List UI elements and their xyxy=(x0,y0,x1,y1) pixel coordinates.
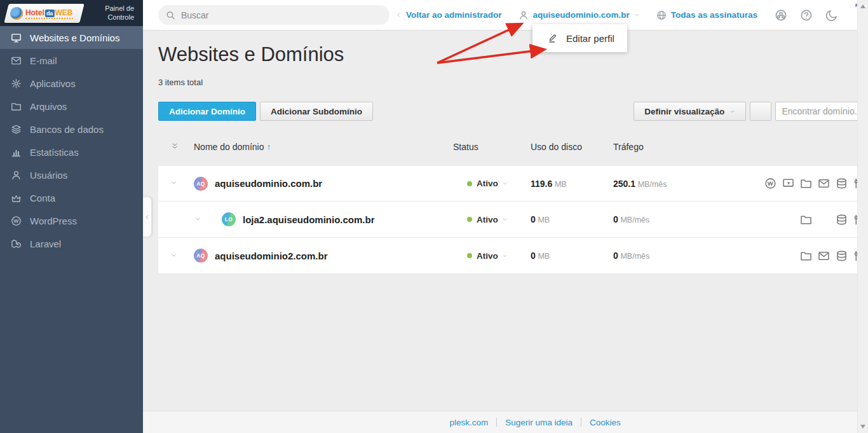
all-subscriptions-link[interactable]: Todas as assinaturas xyxy=(656,10,757,20)
folder-icon xyxy=(800,214,812,226)
profile-dropdown: Editar perfil xyxy=(532,24,627,52)
sidebar-item-label: Arquivos xyxy=(30,101,67,112)
status-dot xyxy=(467,253,472,258)
user-menu[interactable]: aquiseudominio.com.br xyxy=(519,10,640,20)
add-subdomain-button[interactable]: Adicionar Subdomínio xyxy=(260,102,373,121)
row-expand-chevron[interactable] xyxy=(170,251,177,261)
sidebar-item-conta[interactable]: Conta xyxy=(0,186,143,209)
help-button[interactable] xyxy=(799,8,813,22)
sidebar-item-aplicativos[interactable]: Aplicativos xyxy=(0,72,143,95)
row-action-database-button[interactable] xyxy=(832,213,850,226)
moon-icon xyxy=(825,9,838,22)
row-action-folder-button[interactable] xyxy=(797,213,815,226)
vertical-scrollbar[interactable] xyxy=(857,0,868,433)
scroll-up-arrow-icon[interactable] xyxy=(860,4,865,8)
sidebar-item-label: Aplicativos xyxy=(30,78,76,89)
plesk-app: HoteldaWEB Painel de Controle Websites e… xyxy=(0,0,868,433)
topbar-right: Voltar ao administrador aquiseudominio.c… xyxy=(396,3,868,27)
column-header-name[interactable]: Nome do domínio↑ xyxy=(194,142,453,152)
wordpress-icon xyxy=(11,216,22,226)
global-search-input[interactable] xyxy=(181,10,382,20)
topbar: Voltar ao administrador aquiseudominio.c… xyxy=(143,0,868,31)
status-dropdown[interactable]: Ativo xyxy=(477,179,508,188)
sidebar: HoteldaWEB Painel de Controle Websites e… xyxy=(0,0,143,433)
sidebar-item-estat-sticas[interactable]: Estatísticas xyxy=(0,141,143,163)
sidebar-item-usu-rios[interactable]: Usuários xyxy=(0,163,143,186)
sidebar-item-websites-e-dom-nios[interactable]: Websites e Domínios xyxy=(0,26,143,49)
row-action-mail-button[interactable] xyxy=(815,177,832,190)
row-action-mail-button[interactable] xyxy=(815,249,832,262)
footer-link[interactable]: Cookies xyxy=(581,418,629,427)
table-row: LOloja2.aquiseudominio.com.brAtivo0 MB0 … xyxy=(158,202,868,238)
sidebar-item-wordpress[interactable]: WordPress xyxy=(0,209,143,232)
empty-icon-slot xyxy=(779,249,797,262)
sidebar-item-laravel[interactable]: Laravel xyxy=(0,232,143,255)
pencil-icon xyxy=(548,33,558,43)
filter-button[interactable] xyxy=(750,102,771,121)
ball-button[interactable] xyxy=(774,8,788,22)
define-view-button[interactable]: Definir visualização xyxy=(634,102,746,121)
brand-header[interactable]: HoteldaWEB Painel de Controle xyxy=(0,0,143,26)
traffic-value: 250.1 MB/mês xyxy=(612,179,701,189)
sidebar-collapse-toggle[interactable] xyxy=(143,196,152,237)
sidebar-item-e-mail[interactable]: E-mail xyxy=(0,49,143,72)
database-icon xyxy=(836,214,848,226)
traffic-value: 0 MB/mês xyxy=(612,251,701,261)
chevdown-icon xyxy=(170,179,177,186)
user-icon xyxy=(11,170,22,181)
back-to-admin-link[interactable]: Voltar ao administrador xyxy=(396,10,502,20)
chevdown-icon xyxy=(170,252,177,259)
hoteldaweb-logo: HoteldaWEB xyxy=(4,4,84,23)
help-icon xyxy=(800,9,813,22)
chevron-down-icon xyxy=(729,109,735,114)
disk-usage-value: 0 MB xyxy=(531,251,612,261)
status-dropdown[interactable]: Ativo xyxy=(477,215,508,224)
table-row: AQaquiseudominio2.com.brAtivo0 MB0 MB/mê… xyxy=(158,238,868,274)
domains-table: Nome do domínio↑ Status Uso do disco Trá… xyxy=(158,134,868,274)
crown-icon xyxy=(11,193,22,203)
edit-profile-menu-item[interactable]: Editar perfil xyxy=(566,33,614,44)
database-icon xyxy=(836,250,848,262)
row-action-preview-button[interactable] xyxy=(779,177,797,190)
domain-name-link[interactable]: aquiseudominio.com.br xyxy=(215,178,322,189)
column-header-disk[interactable]: Uso do disco xyxy=(531,142,612,152)
footer-link[interactable]: Sugerir uma ideia xyxy=(497,418,581,427)
content: Websites e Domínios 3 items total Adicio… xyxy=(143,31,868,411)
row-action-folder-button[interactable] xyxy=(797,249,815,262)
add-domain-button[interactable]: Adicionar Domínio xyxy=(158,102,256,121)
person-icon xyxy=(519,10,529,20)
row-action-database-button[interactable] xyxy=(832,249,850,262)
expand-all-icon[interactable] xyxy=(170,142,179,151)
status-dropdown[interactable]: Ativo xyxy=(477,251,508,261)
global-search[interactable] xyxy=(158,5,390,25)
mail-icon xyxy=(11,55,22,66)
items-total: 3 items total xyxy=(158,78,868,87)
mail-icon xyxy=(818,177,830,189)
column-header-status[interactable]: Status xyxy=(453,142,531,152)
domain-name-link[interactable]: aquiseudominio2.com.br xyxy=(215,251,328,261)
empty-icon-slot xyxy=(761,213,779,226)
column-header-traffic[interactable]: Tráfego xyxy=(612,142,701,152)
empty-icon-slot xyxy=(761,249,779,262)
footer-link[interactable]: plesk.com xyxy=(442,418,497,427)
disk-usage-value: 0 MB xyxy=(531,214,612,224)
laravel-icon xyxy=(11,238,22,249)
search-icon xyxy=(166,10,175,20)
folder-icon xyxy=(800,177,812,189)
row-action-wordpress-button[interactable] xyxy=(761,177,779,190)
domain-avatar: AQ xyxy=(194,177,208,191)
chevdown-icon xyxy=(502,253,508,259)
database-icon xyxy=(836,177,848,189)
domain-name-link[interactable]: loja2.aquiseudominio.com.br xyxy=(243,214,375,225)
row-expand-chevron[interactable] xyxy=(170,179,177,188)
page-title: Websites e Domínios xyxy=(158,43,868,66)
row-action-database-button[interactable] xyxy=(832,177,850,190)
sidebar-item-label: WordPress xyxy=(30,216,77,226)
sidebar-item-arquivos[interactable]: Arquivos xyxy=(0,95,143,118)
scroll-down-arrow-icon[interactable] xyxy=(860,425,865,429)
domain-avatar: LO xyxy=(222,212,236,226)
find-domain-input[interactable] xyxy=(775,102,868,121)
sidebar-item-bancos-de-dados[interactable]: Bancos de dados xyxy=(0,118,143,141)
moon-button[interactable] xyxy=(825,8,839,22)
row-action-folder-button[interactable] xyxy=(797,177,815,190)
